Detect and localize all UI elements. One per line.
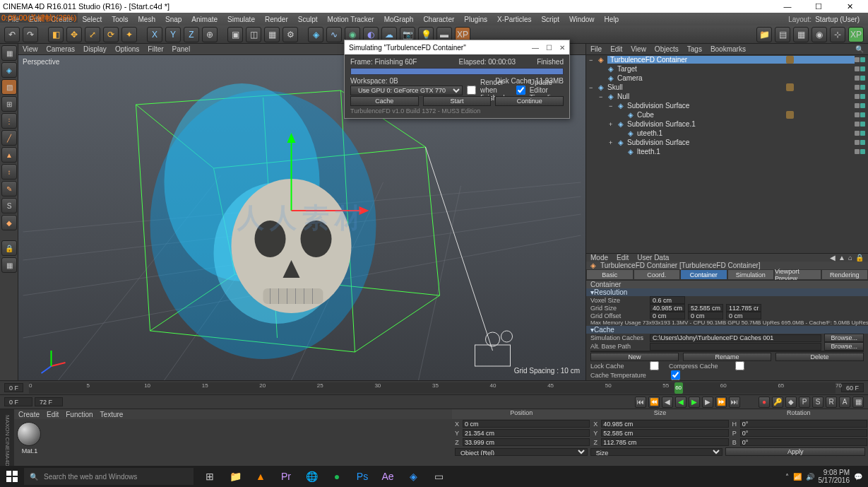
- menu-window[interactable]: Window: [564, 16, 600, 23]
- grid-offset-y[interactable]: [688, 312, 723, 319]
- taskbar-app-explorer[interactable]: 📁: [223, 466, 247, 487]
- dlg-gpu-select[interactable]: Use GPU 0: GeForce GTX 770: [350, 86, 463, 95]
- simulation-dialog[interactable]: Simulating "TurbulenceFD Container" — ☐ …: [344, 40, 570, 119]
- menu-snap[interactable]: Snap: [160, 16, 186, 23]
- vp-menu-filter[interactable]: Filter: [148, 45, 163, 53]
- attr-menu-userdata[interactable]: User Data: [637, 254, 669, 262]
- undo-button[interactable]: ↶: [4, 27, 20, 42]
- dlg-update-checkbox[interactable]: [516, 86, 525, 95]
- obj-menu-objects[interactable]: Objects: [655, 45, 679, 53]
- grid-offset-z[interactable]: [726, 312, 761, 319]
- group-cache[interactable]: ▾ Cache: [586, 326, 868, 334]
- tray-volume-icon[interactable]: 🔊: [806, 473, 814, 481]
- attr-nav-home-icon[interactable]: ⌂: [848, 254, 852, 262]
- texture-mode-button[interactable]: ▨: [1, 79, 17, 95]
- structure-button[interactable]: ▤: [775, 27, 790, 42]
- timeline[interactable]: 0 F 60 0510152025303540455055606570 60 F: [0, 380, 868, 394]
- move-button[interactable]: ✥: [66, 27, 82, 42]
- window-maximize[interactable]: ☐: [803, 0, 834, 13]
- make-editable-button[interactable]: ▦: [1, 45, 17, 61]
- menu-render[interactable]: Render: [260, 16, 293, 23]
- mat-menu-function[interactable]: Function: [66, 411, 93, 418]
- attr-tab-container[interactable]: Container: [680, 269, 727, 280]
- layout-dropdown[interactable]: Startup (User): [815, 16, 860, 23]
- play-backward-button[interactable]: ◀: [675, 397, 686, 408]
- coord-apply-button[interactable]: Apply: [725, 447, 865, 456]
- axis-mode-button[interactable]: ↕: [1, 164, 17, 180]
- coord-size-X[interactable]: [601, 420, 728, 428]
- taskbar-app-chrome[interactable]: 🌐: [299, 466, 323, 487]
- menu-tools[interactable]: Tools: [107, 16, 133, 23]
- attr-tab-viewportpreview[interactable]: Viewport Preview: [774, 269, 821, 280]
- dialog-close[interactable]: ✕: [559, 44, 565, 52]
- picture-viewer-button[interactable]: ▦: [793, 27, 809, 42]
- play-forward-button[interactable]: ▶: [689, 397, 700, 408]
- attr-menu-edit[interactable]: Edit: [617, 254, 629, 262]
- obj-menu-view[interactable]: View: [631, 45, 646, 53]
- attr-menu-mode[interactable]: Mode: [590, 254, 608, 262]
- locked-button[interactable]: 🔒: [1, 240, 17, 256]
- coord-rot-H[interactable]: [740, 420, 867, 428]
- vp-menu-options[interactable]: Options: [115, 45, 139, 53]
- new-cache-button[interactable]: New: [590, 353, 679, 361]
- xp-button[interactable]: XP: [848, 27, 864, 42]
- attr-tab-coord[interactable]: Coord.: [634, 269, 681, 280]
- object-tag[interactable]: [786, 83, 794, 91]
- dlg-continue-button[interactable]: Continue: [495, 96, 564, 106]
- pla-key-button[interactable]: ▦: [852, 397, 864, 408]
- cache-temp-checkbox[interactable]: [671, 370, 680, 380]
- x-axis-lock[interactable]: X: [147, 27, 162, 42]
- live-select-button[interactable]: ◧: [48, 27, 64, 42]
- points-mode-button[interactable]: ⋮: [1, 113, 17, 129]
- start-button[interactable]: [0, 466, 24, 487]
- obj-menu-bookmarks[interactable]: Bookmarks: [711, 45, 746, 53]
- menu-animate[interactable]: Animate: [186, 16, 222, 23]
- dlg-start-button[interactable]: Start: [423, 96, 492, 106]
- workplane-2-button[interactable]: ◆: [1, 215, 17, 230]
- taskbar-app-vlc[interactable]: ▲: [249, 466, 273, 487]
- tree-expander[interactable]: −: [599, 93, 606, 100]
- dialog-maximize[interactable]: ☐: [546, 44, 552, 52]
- menu-mesh[interactable]: Mesh: [133, 16, 160, 23]
- render-region-button[interactable]: ◫: [246, 27, 261, 42]
- grid-offset-x[interactable]: [650, 312, 685, 319]
- taskbar-app-c4d[interactable]: ◈: [401, 466, 425, 487]
- menu-mograph[interactable]: MoGraph: [379, 16, 419, 23]
- next-frame-button[interactable]: ▶: [702, 397, 713, 408]
- taskbar-app-window[interactable]: ▭: [427, 466, 451, 487]
- tray-network-icon[interactable]: 📶: [793, 473, 802, 481]
- taskbar-app-premiere[interactable]: Pr: [274, 466, 298, 487]
- cache-density-checkbox[interactable]: [671, 380, 680, 380]
- window-minimize[interactable]: —: [772, 0, 803, 13]
- timeline-ruler[interactable]: 60 0510152025303540455055606570: [29, 382, 836, 394]
- tree-expander[interactable]: +: [609, 121, 616, 128]
- scale-key-button[interactable]: S: [812, 397, 824, 408]
- vp-menu-view[interactable]: View: [23, 45, 38, 53]
- coord-rot-P[interactable]: [740, 429, 867, 437]
- param-key-button[interactable]: A: [839, 397, 850, 408]
- attr-lock-icon[interactable]: 🔒: [855, 254, 864, 262]
- object-manager-tree[interactable]: −◈TurbulenceFD Container◈Target◈Camera−◈…: [586, 55, 868, 253]
- task-view-button[interactable]: ⊞: [198, 466, 222, 487]
- autokey-button[interactable]: 🔑: [772, 397, 783, 408]
- grid-size-x[interactable]: [650, 304, 685, 312]
- mat-menu-edit[interactable]: Edit: [47, 411, 59, 418]
- material-thumbnail[interactable]: Mat.1: [17, 422, 42, 454]
- attr-tab-basic[interactable]: Basic: [586, 269, 634, 280]
- timeline-start[interactable]: 0 F: [4, 383, 23, 392]
- taskbar-search[interactable]: 🔍 Search the web and Windows: [24, 468, 194, 485]
- scale-button[interactable]: ⤢: [85, 27, 100, 42]
- goto-start-button[interactable]: ⏮: [635, 397, 646, 408]
- attr-tab-rendering[interactable]: Rendering: [821, 269, 869, 280]
- goto-next-key-button[interactable]: ⏩: [715, 397, 727, 408]
- grid-size-y[interactable]: [688, 304, 723, 312]
- snap-button[interactable]: S: [1, 198, 17, 213]
- menu-script[interactable]: Script: [536, 16, 564, 23]
- search-icon[interactable]: 🔍: [855, 45, 864, 53]
- polygons-mode-button[interactable]: ▲: [1, 147, 17, 163]
- coord-pos-X[interactable]: [463, 420, 590, 428]
- grid-size-z[interactable]: [726, 304, 761, 312]
- group-resolution[interactable]: ▾ Resolution: [586, 288, 868, 296]
- sim-cache-path[interactable]: [650, 334, 821, 342]
- obj-menu-edit[interactable]: Edit: [610, 45, 622, 53]
